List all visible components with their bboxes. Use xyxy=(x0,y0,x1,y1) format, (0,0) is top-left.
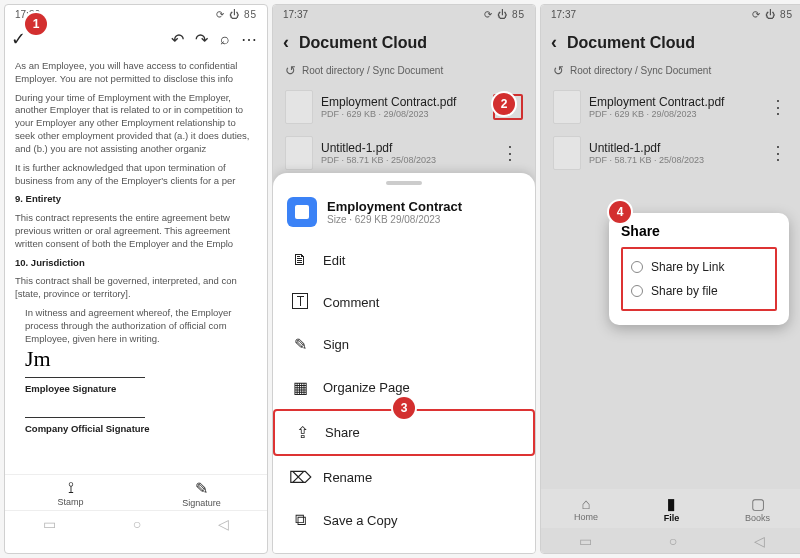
home-icon: ⌂ xyxy=(574,495,598,512)
stamp-button[interactable]: ⟟Stamp xyxy=(5,479,136,508)
tab-file[interactable]: ▮File xyxy=(664,495,680,523)
file-info: PDF · 58.71 KB · 25/08/2023 xyxy=(589,155,765,165)
sheet-handle[interactable] xyxy=(386,181,422,185)
tab-books[interactable]: ▢Books xyxy=(745,495,770,523)
sheet-doc-name: Employment Contract xyxy=(327,199,462,214)
radio-icon xyxy=(631,261,643,273)
menu-edit[interactable]: 🗎Edit xyxy=(273,239,535,281)
nav-back-icon[interactable]: ◁ xyxy=(754,533,765,549)
refresh-icon[interactable]: ↺ xyxy=(285,63,296,78)
share-by-file-option[interactable]: Share by file xyxy=(629,279,769,303)
file-thumb xyxy=(285,90,313,124)
file-more-icon[interactable]: ⋮ xyxy=(765,142,791,164)
popover-title: Share xyxy=(621,223,777,239)
status-time: 17:37 xyxy=(283,9,308,20)
organize-icon: ▦ xyxy=(289,378,311,397)
back-icon[interactable]: ‹ xyxy=(551,32,557,53)
status-icons: ⟳ ⏻ 85 xyxy=(484,9,525,20)
status-bar: 17:37 ⟳ ⏻ 85 xyxy=(273,5,535,24)
save-copy-icon: ⧉ xyxy=(289,511,311,529)
file-thumb xyxy=(285,136,313,170)
file-row[interactable]: Employment Contract.pdf PDF · 629 KB · 2… xyxy=(547,84,797,130)
refresh-icon[interactable]: ↺ xyxy=(553,63,564,78)
screen-header: ‹ Document Cloud xyxy=(541,24,800,61)
nav-home-icon[interactable]: ○ xyxy=(133,516,141,532)
screen-header: ‹ Document Cloud xyxy=(273,24,535,61)
search-icon[interactable]: ⌕ xyxy=(213,30,237,48)
overflow-icon[interactable]: ⋯ xyxy=(237,30,261,49)
step-marker-4: 4 xyxy=(609,201,631,223)
tab-home[interactable]: ⌂Home xyxy=(574,495,598,523)
redo-icon[interactable]: ↷ xyxy=(189,30,213,49)
radio-icon xyxy=(631,285,643,297)
step-marker-1: 1 xyxy=(25,13,47,35)
rename-icon: ⌦ xyxy=(289,468,311,487)
menu-rename[interactable]: ⌦Rename xyxy=(273,456,535,499)
file-name: Employment Contract.pdf xyxy=(321,95,493,109)
file-info: PDF · 629 KB · 29/08/2023 xyxy=(321,109,493,119)
sign-icon: ✎ xyxy=(289,335,311,354)
popover-options-frame: Share by Link Share by file xyxy=(621,247,777,311)
menu-save-copy[interactable]: ⧉Save a Copy xyxy=(273,499,535,541)
file-more-icon[interactable]: ⋮ xyxy=(497,142,523,164)
signature-icon: ✎ xyxy=(136,479,267,498)
file-icon: ▮ xyxy=(664,495,680,513)
signature-glyph: Jm xyxy=(25,346,51,371)
undo-icon[interactable]: ↶ xyxy=(165,30,189,49)
pdf-app-icon xyxy=(287,197,317,227)
nav-recent-icon[interactable]: ▭ xyxy=(579,533,592,549)
status-icons: ⟳ ⏻ 85 xyxy=(216,9,257,20)
back-icon[interactable]: ‹ xyxy=(283,32,289,53)
file-name: Untitled-1.pdf xyxy=(589,141,765,155)
nav-back-icon[interactable]: ◁ xyxy=(218,516,229,532)
pane-1-document-editor: 17:36 ⟳ ⏻ 85 ✓ ↶ ↷ ⌕ ⋯ 1 As an Employee,… xyxy=(4,4,268,554)
file-row[interactable]: Untitled-1.pdf PDF · 58.71 KB · 25/08/20… xyxy=(547,130,797,176)
bottom-tool-row: ⟟Stamp ✎Signature xyxy=(5,474,267,510)
file-info: PDF · 58.71 KB · 25/08/2023 xyxy=(321,155,497,165)
status-bar: 17:37 ⟳ ⏻ 85 xyxy=(541,5,800,24)
nav-home-icon[interactable]: ○ xyxy=(669,533,677,549)
document-content: As an Employee, you will have access to … xyxy=(5,54,267,474)
step-marker-2: 2 xyxy=(493,93,515,115)
system-nav-bar: ▭ ○ ◁ xyxy=(5,510,267,536)
file-name: Untitled-1.pdf xyxy=(321,141,497,155)
bottom-tab-bar: ⌂Home ▮File ▢Books xyxy=(541,489,800,527)
comment-icon: 🅃 xyxy=(289,293,311,311)
share-icon: ⇪ xyxy=(291,423,313,442)
menu-sign[interactable]: ✎Sign xyxy=(273,323,535,366)
stamp-icon: ⟟ xyxy=(5,479,136,497)
share-popover: Share Share by Link Share by file xyxy=(609,213,789,325)
screen-title: Document Cloud xyxy=(567,34,695,52)
file-info: PDF · 629 KB · 29/08/2023 xyxy=(589,109,765,119)
menu-comment[interactable]: 🅃Comment xyxy=(273,281,535,323)
signature-button[interactable]: ✎Signature xyxy=(136,479,267,508)
file-row[interactable]: Employment Contract.pdf PDF · 629 KB · 2… xyxy=(279,84,529,130)
file-name: Employment Contract.pdf xyxy=(589,95,765,109)
file-more-icon[interactable]: ⋮ xyxy=(765,96,791,118)
file-thumb xyxy=(553,90,581,124)
screen-title: Document Cloud xyxy=(299,34,427,52)
share-by-link-option[interactable]: Share by Link xyxy=(629,255,769,279)
status-time: 17:37 xyxy=(551,9,576,20)
pane-3-share-popover: 17:37 ⟳ ⏻ 85 ‹ Document Cloud ↺ Root dir… xyxy=(540,4,800,554)
system-nav-bar: ▭ ○ ◁ xyxy=(541,527,800,553)
breadcrumb: ↺ Root directory / Sync Document xyxy=(273,61,535,84)
books-icon: ▢ xyxy=(745,495,770,513)
sheet-doc-size: Size · 629 KB 29/08/2023 xyxy=(327,214,462,225)
bottom-sheet: Employment Contract Size · 629 KB 29/08/… xyxy=(273,173,535,553)
status-icons: ⟳ ⏻ 85 xyxy=(752,9,793,20)
nav-recent-icon[interactable]: ▭ xyxy=(43,516,56,532)
breadcrumb: ↺ Root directory / Sync Document xyxy=(541,61,800,84)
step-marker-3: 3 xyxy=(393,397,415,419)
file-thumb xyxy=(553,136,581,170)
pane-2-bottom-sheet: 17:37 ⟳ ⏻ 85 ‹ Document Cloud ↺ Root dir… xyxy=(272,4,536,554)
file-row[interactable]: Untitled-1.pdf PDF · 58.71 KB · 25/08/20… xyxy=(279,130,529,176)
done-check-icon[interactable]: ✓ xyxy=(11,28,26,50)
edit-icon: 🗎 xyxy=(289,251,311,269)
